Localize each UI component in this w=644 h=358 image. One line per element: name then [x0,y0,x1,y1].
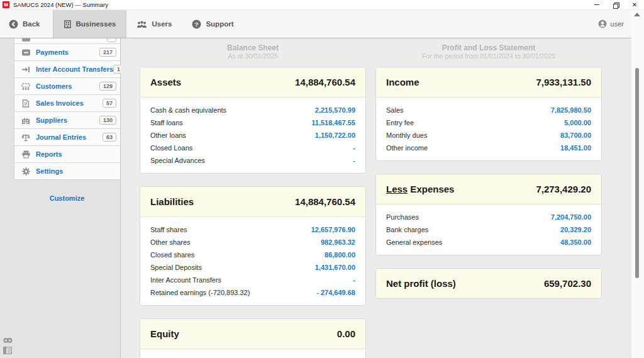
pnl-subtitle: For the period from 01/01/2024 to 30/01/… [375,52,602,60]
window-titlebar: M SAMUCS 2024 (NEW) — Summary ✕ [0,0,644,10]
sidebar-item-payments[interactable]: Payments 217 [14,44,120,61]
account-amount-link[interactable]: 7,204,750.00 [551,213,591,221]
liabilities-card-header: Liabilities 14,884,760.54 [140,187,365,217]
restore-button[interactable] [606,0,625,9]
equity-card: Equity 0.00 [140,318,366,358]
sidebar-item-customers[interactable]: Customers 129 [14,78,120,95]
tab-businesses[interactable]: Businesses [53,10,127,38]
account-row: Purchases 7,204,750.00 [386,211,591,223]
hidden-item-icon [21,38,30,42]
sidebar-menu: Payments 217 Inter Account Transfers 1 C… [14,38,120,180]
income-total: 7,933,131.50 [536,77,591,87]
count-badge: 57 [103,99,116,108]
link-icon[interactable] [3,337,13,344]
account-row: Monthly dues 83,700.00 [386,129,591,142]
close-icon: ✕ [632,2,637,8]
expenses-card: Less Expenses 7,273,429.20 Purchases 7,2… [375,174,602,255]
account-row: Inter Account Transfers - [150,274,355,286]
account-amount-link[interactable]: 86,800.00 [325,251,355,259]
back-button[interactable]: Back [0,10,50,38]
account-row: Special Deposits 1,431,670.00 [150,261,355,274]
balance-sheet-column: Balance Sheet As at 30/01/2025 Assets 14… [140,43,366,358]
app-logo-icon: M [3,1,9,8]
account-amount-link[interactable]: 11,518,467.55 [311,119,355,126]
count-badge: 130 [99,116,116,125]
assets-card-header: Assets 14,884,760.54 [140,67,365,98]
equity-card-header: Equity 0.00 [140,319,365,349]
account-row: Retained earnings (-720,893.32) - 274,64… [150,286,355,299]
sidebar-item-settings[interactable]: Settings [14,163,120,180]
journal-entries-icon [21,133,30,142]
equity-total: 0.00 [337,328,355,339]
suppliers-icon [21,116,30,125]
user-avatar-icon [598,20,607,28]
account-row: Other income 18,451.00 [386,142,591,154]
account-amount-link[interactable]: 2,215,570.99 [315,106,355,114]
scrollbar-thumb[interactable] [635,68,639,278]
pnl-title: Profit and Loss Statement [375,43,602,52]
income-card: Income 7,933,131.50 Sales 7,825,980.50 E… [375,67,602,161]
assets-card: Assets 14,884,760.54 Cash & cash equival… [140,67,366,174]
account-row: Special Advances - [150,154,355,167]
tab-users[interactable]: Users [126,10,182,38]
scroll-up-arrow-icon[interactable] [634,13,640,16]
account-amount-link[interactable]: 982,963.32 [321,238,355,246]
account-amount-link[interactable]: 1,431,670.00 [315,264,355,271]
sidebar-item-journal-entries[interactable]: Journal Entries 63 [14,129,120,146]
sidebar-item-sales-invoices[interactable]: Sales Invoices 57 [14,95,120,112]
assets-total: 14,884,760.54 [295,77,355,87]
account-amount-link[interactable]: 48,350.00 [560,238,591,246]
account-amount-link[interactable]: 7,825,980.50 [551,106,591,114]
account-row: Other shares 982,963.32 [150,236,355,249]
sidebar-item-suppliers[interactable]: Suppliers 130 [14,112,120,129]
restore-icon [613,3,618,8]
expenses-title: Less Expenses [386,184,454,194]
account-amount-link[interactable]: 5,000.00 [564,119,591,126]
account-amount-link[interactable]: 12,657,976.90 [311,226,355,233]
expenses-total: 7,273,429.20 [536,184,591,194]
account-amount-link[interactable]: 20,329.20 [560,226,591,233]
account-row: Bank charges 20,329.20 [386,223,591,236]
account-row: Staff shares 12,657,976.90 [150,223,355,236]
sidebar-item-reports[interactable]: Reports [14,146,120,163]
account-amount-link[interactable]: 1,150,722.00 [315,131,355,139]
settings-icon [21,167,30,176]
summary-content: Balance Sheet As at 30/01/2025 Assets 14… [121,38,631,358]
net-profit-total: 659,702.30 [544,278,591,289]
sales-invoices-icon [21,99,30,108]
account-amount-link[interactable]: - [353,276,355,284]
count-badge [107,38,116,42]
account-row: Staff loans 11,518,467.55 [150,116,355,129]
close-button[interactable]: ✕ [625,0,644,9]
businesses-icon [64,20,72,28]
account-amount-link[interactable]: - 274,649.68 [316,289,355,296]
account-row: Closed Loans - [150,142,355,154]
account-amount-link[interactable]: 18,451.00 [560,144,591,152]
income-card-header: Income 7,933,131.50 [376,67,601,98]
income-title: Income [386,77,419,87]
expenses-card-header: Less Expenses 7,273,429.20 [376,174,601,204]
liabilities-card: Liabilities 14,884,760.54 Staff shares 1… [140,186,366,306]
account-amount-link[interactable]: - [353,157,355,164]
account-amount-link[interactable]: 83,700.00 [560,131,591,139]
account-amount-link[interactable]: - [353,144,355,152]
minimize-button[interactable] [587,0,606,9]
sidebar-item-inter-account-transfers[interactable]: Inter Account Transfers 1 [14,61,120,78]
account-row: Sales 7,825,980.50 [386,104,591,116]
customize-link[interactable]: Customize [14,194,120,202]
net-profit-card: Net profit (loss) 659,702.30 [375,268,602,299]
account-row: Other loans 1,150,722.00 [150,129,355,142]
vertical-scrollbar[interactable] [631,10,644,358]
equity-title: Equity [150,328,179,339]
account-row: Entry fee 5,000.00 [386,116,591,129]
toggle-sidebar-icon[interactable] [3,347,13,354]
count-badge: 63 [103,133,116,142]
tab-support[interactable]: ? Support [182,10,243,38]
sidebar-item-partial[interactable] [14,38,120,44]
svg-text:?: ? [195,21,199,28]
account-row: Closed shares 86,800.00 [150,249,355,261]
minimize-icon [594,4,599,5]
window-title: SAMUCS 2024 (NEW) — Summary [13,1,108,8]
sidebar: Payments 217 Inter Account Transfers 1 C… [0,38,121,358]
balance-sheet-title: Balance Sheet [140,43,366,52]
